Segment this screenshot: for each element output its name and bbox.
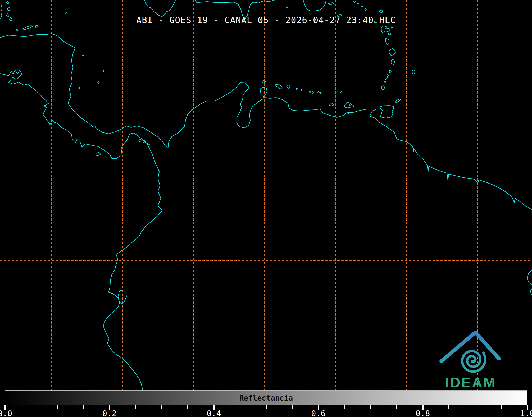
island-roatan (22, 26, 33, 30)
colorbar-minor-tick (161, 405, 162, 409)
island-antigua (379, 10, 383, 13)
islet (296, 88, 298, 90)
islet (387, 76, 388, 78)
island-st-vincent (389, 70, 391, 73)
islet (391, 27, 393, 28)
islet (98, 82, 99, 83)
island-grenada (381, 86, 385, 90)
colorbar-minor-tick (448, 405, 449, 409)
colorbar-minor-tick (57, 405, 58, 409)
colorbar-minor-tick (370, 405, 371, 409)
coastline-puerto-rico-south (303, 0, 326, 11)
islet (103, 70, 104, 72)
coastline-pacific-mainland (0, 70, 162, 390)
island-la-tortuga (330, 104, 334, 106)
island-margarita (344, 102, 354, 108)
islet (309, 91, 311, 93)
islet (384, 81, 386, 83)
islet (357, 3, 359, 4)
island-trinidad (380, 106, 394, 118)
islet (82, 55, 84, 56)
island-pearl-c (147, 143, 149, 145)
colorbar-minor-tick (31, 405, 31, 409)
islet (286, 7, 288, 8)
island-martinique (389, 49, 395, 56)
colorbar-title: Reflectancia (5, 391, 527, 406)
islet (361, 6, 363, 7)
island-belize-caye-b (7, 7, 10, 11)
island-pearl-a (139, 139, 141, 142)
colorbar-minor-tick (83, 405, 84, 409)
colorbar-minor-tick (344, 405, 345, 409)
colorbar-tick-label: 1.0 (520, 409, 532, 417)
coastline-amazon-bank (527, 270, 532, 285)
coastline-amazon-bank-2 (530, 289, 532, 295)
satellite-image-viewer: IDEAM ABI - GOES 19 - CANAL 05 - 2026-04… (0, 0, 532, 417)
island-utila (16, 29, 19, 31)
islet (320, 92, 321, 94)
islet (365, 9, 366, 10)
colorbar-minor-tick (292, 405, 293, 409)
satellite-map: IDEAM (0, 0, 532, 390)
islet (79, 87, 80, 89)
island-tobago (395, 99, 401, 103)
islet (65, 12, 66, 13)
colorbar-minor-tick (187, 405, 188, 409)
colorbar-gradient: Reflectancia (5, 390, 527, 405)
islet (301, 89, 302, 91)
islet (385, 79, 387, 80)
coastline-caribbean-mainland (0, 34, 532, 210)
colorbar-tick-label: 0.8 (416, 409, 430, 417)
islet (347, 113, 348, 114)
colorbar-minor-tick (475, 405, 475, 409)
islet (318, 91, 319, 93)
island-st-lucia (391, 59, 395, 65)
island-bonaire (287, 85, 290, 88)
islet (354, 1, 355, 2)
colorbar-minor-tick (396, 405, 397, 409)
island-dominica (385, 38, 389, 45)
colorbar-tick-label: 0.2 (102, 409, 117, 417)
ideam-logo-text: IDEAM (445, 374, 496, 390)
island-coiba (96, 152, 101, 156)
islet (340, 91, 342, 93)
ideam-swirl-eye-icon (472, 360, 474, 362)
colorbar-minor-tick (240, 405, 240, 409)
island-vieques (328, 3, 334, 5)
island-guanaja (35, 25, 38, 27)
island-curacao (276, 84, 282, 89)
colorbar-minor-tick (135, 405, 136, 409)
island-aruba (263, 80, 266, 83)
island-guadeloupe (381, 26, 390, 33)
island-barbados (412, 70, 415, 74)
colorbar-tick-label: 0.6 (311, 409, 325, 417)
islet (312, 92, 313, 93)
colorbar-minor-tick (266, 405, 267, 409)
image-title: ABI - GOES 19 - CANAL 05 - 2026-04-27 23… (0, 15, 532, 25)
islet (388, 74, 389, 75)
colorbar-tick-label: 0.4 (207, 409, 221, 417)
coastline-jamaica-south (144, 0, 175, 17)
colorbar-minor-tick (501, 405, 502, 409)
colorbar-tick-label: 0.0 (0, 409, 12, 417)
island-marie-galante (388, 33, 391, 35)
island-pearl-b (143, 140, 146, 143)
island-belize-caye-a (7, 1, 9, 4)
